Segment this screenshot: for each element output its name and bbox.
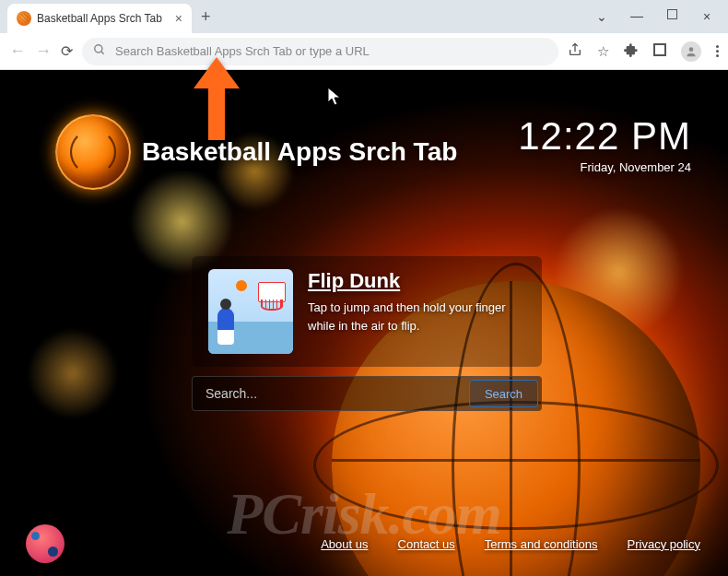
svg-point-2: [689, 47, 694, 52]
player-icon: [217, 308, 234, 345]
profile-avatar-icon[interactable]: [681, 41, 701, 62]
search-button[interactable]: Search: [469, 380, 538, 407]
minimize-icon[interactable]: [630, 17, 643, 18]
footer: About us Contact us Terms and conditions…: [0, 524, 728, 563]
promo-description: Tap to jump and then hold your finger wh…: [308, 299, 525, 335]
hoop-icon: [258, 282, 286, 302]
footer-logo-icon[interactable]: [26, 524, 65, 563]
menu-dots-icon[interactable]: [716, 45, 719, 57]
reload-icon[interactable]: ⟳: [61, 42, 73, 60]
omnibox-placeholder: Search Basketball Apps Srch Tab or type …: [115, 44, 370, 58]
ball-icon: [236, 280, 247, 291]
browser-toolbar: ← → ⟳ Search Basketball Apps Srch Tab or…: [0, 33, 728, 70]
new-tab-button[interactable]: +: [201, 7, 211, 27]
footer-link-about[interactable]: About us: [321, 537, 368, 551]
promo-thumbnail: [208, 269, 293, 354]
search-icon: [93, 43, 106, 59]
app-title: Basketball Apps Srch Tab: [142, 137, 457, 167]
svg-line-1: [101, 52, 104, 54]
side-panel-icon[interactable]: [653, 43, 666, 59]
chevron-down-icon[interactable]: ⌄: [595, 9, 608, 24]
footer-link-privacy[interactable]: Privacy policy: [628, 537, 700, 551]
page-content: Basketball Apps Srch Tab 12:22 PM Friday…: [0, 70, 728, 576]
maximize-icon[interactable]: [665, 9, 678, 24]
clock-date: Friday, November 24: [518, 160, 691, 174]
app-logo-block: Basketball Apps Srch Tab: [55, 114, 457, 190]
share-icon[interactable]: [568, 42, 582, 60]
footer-link-terms[interactable]: Terms and conditions: [485, 537, 598, 551]
clock-time: 12:22 PM: [518, 114, 691, 159]
search-bar: Search: [192, 376, 542, 411]
promo-title[interactable]: Flip Dunk: [308, 269, 525, 293]
tab-title: Basketball Apps Srch Tab: [37, 12, 170, 25]
extensions-puzzle-icon[interactable]: [624, 42, 639, 60]
close-window-icon[interactable]: ×: [700, 9, 713, 24]
address-bar[interactable]: Search Basketball Apps Srch Tab or type …: [82, 38, 558, 65]
close-tab-icon[interactable]: ×: [175, 11, 182, 26]
back-icon[interactable]: ←: [9, 41, 26, 61]
basketball-logo-icon: [55, 114, 131, 190]
basketball-favicon-icon: [17, 11, 31, 26]
promo-card[interactable]: Flip Dunk Tap to jump and then hold your…: [192, 256, 542, 367]
browser-tab[interactable]: Basketball Apps Srch Tab ×: [7, 4, 192, 33]
svg-point-0: [95, 45, 102, 53]
window-titlebar: Basketball Apps Srch Tab × + ⌄ ×: [0, 0, 728, 33]
footer-link-contact[interactable]: Contact us: [398, 537, 455, 551]
bookmark-star-icon[interactable]: ☆: [597, 43, 609, 60]
forward-icon[interactable]: →: [35, 41, 52, 61]
search-input[interactable]: [193, 377, 466, 410]
